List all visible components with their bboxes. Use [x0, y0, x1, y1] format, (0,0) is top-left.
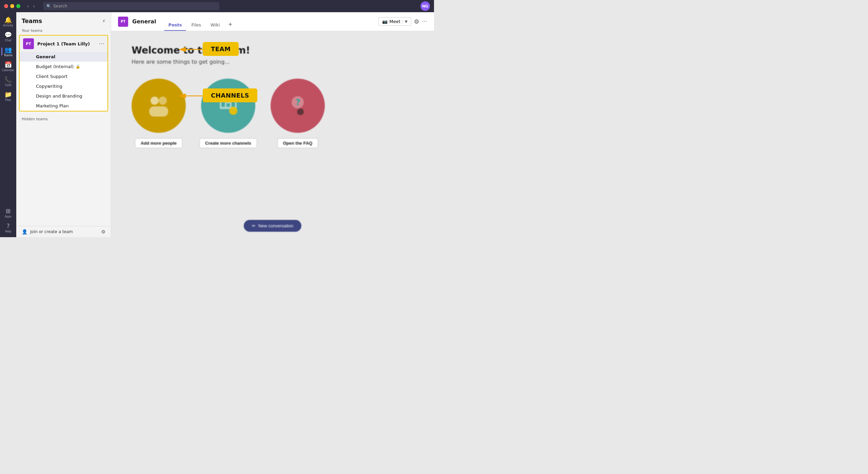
apps-icon: ⊞	[5, 207, 11, 214]
svg-rect-6	[232, 99, 235, 107]
help-icon: ?	[6, 222, 10, 229]
team-item: PT Project 1 (Team Lilly) ··· General Bu…	[19, 35, 108, 111]
channel-item-copywriting[interactable]: Copywriting	[20, 81, 107, 91]
search-icon: 🔍	[46, 4, 51, 8]
welcome-section: Welcome to the team! Here are some thing…	[111, 31, 434, 172]
files-icon: 📁	[4, 91, 12, 98]
meet-button[interactable]: 📷 Meet ▼	[378, 17, 411, 26]
open-faq-button[interactable]: Open the FAQ	[277, 138, 318, 148]
header-more-icon[interactable]: ···	[422, 18, 427, 25]
apps-label: Apps	[5, 215, 12, 218]
minimize-button[interactable]	[10, 4, 14, 8]
svg-point-7	[229, 107, 237, 115]
create-channels-illustration	[201, 79, 255, 133]
team-row[interactable]: PT Project 1 (Team Lilly) ···	[20, 36, 107, 52]
header-right: 📷 Meet ▼ ⚙ ···	[378, 17, 427, 26]
svg-text:?: ?	[296, 98, 300, 107]
calendar-icon: 📅	[4, 61, 12, 68]
calls-icon-container: 📞 Calls	[1, 75, 15, 88]
pencil-icon: ✏	[252, 223, 256, 228]
search-bar[interactable]: 🔍 Search	[43, 2, 219, 10]
calendar-label: Calendar	[2, 69, 14, 72]
card-add-people: Add more people	[132, 79, 186, 148]
sidebar-item-files[interactable]: 📁 Files	[1, 89, 15, 103]
files-icon-container: 📁 Files	[1, 89, 15, 103]
header-tabs: Posts Files Wiki +	[164, 12, 235, 31]
tab-wiki[interactable]: Wiki	[206, 22, 224, 31]
hidden-teams-label: Hidden teams	[16, 111, 111, 123]
welcome-title: Welcome to the team!	[132, 45, 414, 56]
svg-rect-4	[221, 101, 225, 107]
teams-panel: Teams ⚡ Your teams PT Project 1 (Team Li…	[16, 12, 111, 237]
your-teams-label: Your teams	[16, 27, 111, 35]
card-create-channels: Create more channels	[199, 79, 257, 148]
channel-item-budget[interactable]: Budget (Internal) 🔒	[20, 62, 107, 71]
channel-name-design-branding: Design and Branding	[36, 94, 82, 99]
app-body: 🔔 Activity 💬 Chat 👥 Teams 📅 Calendar	[0, 12, 434, 237]
add-people-button[interactable]: Add more people	[135, 138, 182, 148]
content-area: Welcome to the team! Here are some thing…	[111, 31, 434, 237]
team-more-button[interactable]: ···	[99, 41, 104, 47]
sidebar-item-calendar[interactable]: 📅 Calendar	[1, 60, 15, 73]
join-team-row[interactable]: 👤 Join or create a team ⚙	[16, 226, 111, 237]
svg-point-1	[159, 97, 167, 105]
meet-dropdown-chevron[interactable]: ▼	[402, 20, 408, 23]
activity-icon-container: 🔔 Activity	[1, 15, 15, 28]
channel-list: General Budget (Internal) 🔒 Client Suppo…	[20, 52, 107, 111]
lock-icon: 🔒	[76, 64, 80, 69]
maximize-button[interactable]	[16, 4, 20, 8]
tab-posts[interactable]: Posts	[164, 22, 186, 31]
filter-icon[interactable]: ⚡	[102, 18, 105, 24]
header-settings-icon[interactable]: ⚙	[414, 18, 419, 25]
svg-rect-5	[226, 103, 230, 107]
apps-icon-container: ⊞ Apps	[1, 206, 15, 220]
teams-panel-title: Teams	[22, 18, 42, 24]
meet-label: Meet	[390, 19, 400, 24]
back-arrow[interactable]: ‹	[27, 3, 29, 9]
channel-item-general[interactable]: General	[20, 52, 107, 62]
close-button[interactable]	[4, 4, 8, 8]
sidebar-item-chat[interactable]: 💬 Chat	[1, 30, 15, 43]
sidebar-item-help[interactable]: ? Help	[1, 221, 15, 234]
add-people-illustration	[132, 79, 186, 133]
window-controls	[4, 4, 20, 8]
channel-header-avatar: PT	[118, 17, 128, 27]
teams-header: Teams ⚡	[16, 12, 111, 27]
activity-label: Activity	[3, 24, 13, 27]
svg-point-0	[151, 97, 159, 105]
add-tab-button[interactable]: +	[225, 21, 235, 31]
chat-label: Chat	[5, 39, 12, 42]
calendar-icon-container: 📅 Calendar	[1, 60, 15, 73]
search-placeholder: Search	[53, 4, 67, 8]
navigation-arrows: ‹ ›	[27, 3, 35, 9]
welcome-subtitle: Here are some things to get going...	[132, 59, 414, 65]
sidebar-item-activity[interactable]: 🔔 Activity	[1, 15, 15, 28]
channel-name-budget: Budget (Internal)	[36, 64, 74, 69]
create-channels-button[interactable]: Create more channels	[199, 138, 257, 148]
forward-arrow[interactable]: ›	[33, 3, 35, 9]
sidebar-item-calls[interactable]: 📞 Calls	[1, 75, 15, 88]
new-conversation-button[interactable]: ✏ New conversation	[244, 220, 301, 232]
settings-icon[interactable]: ⚙	[101, 229, 105, 234]
teams-icon: 👥	[4, 46, 12, 53]
teams-icon-container: 👥 Teams	[1, 45, 15, 58]
channel-item-client-support[interactable]: Client Support	[20, 71, 107, 81]
chat-icon-container: 💬 Chat	[1, 30, 15, 43]
svg-rect-2	[149, 106, 168, 117]
active-indicator	[1, 47, 2, 56]
help-label: Help	[5, 230, 11, 233]
team-name: Project 1 (Team Lilly)	[37, 41, 96, 46]
channel-item-marketing-plan[interactable]: Marketing Plan	[20, 101, 107, 111]
tab-files[interactable]: Files	[188, 22, 205, 31]
sidebar-item-teams[interactable]: 👥 Teams	[1, 45, 15, 58]
channel-name-client-support: Client Support	[36, 74, 67, 79]
join-team-text[interactable]: Join or create a team	[30, 229, 98, 234]
camera-icon: 📷	[382, 19, 388, 24]
main-content: PT General Posts Files Wiki + 📷 Meet ▼	[111, 12, 434, 237]
sidebar-item-apps[interactable]: ⊞ Apps	[1, 206, 15, 220]
channel-name-marketing-plan: Marketing Plan	[36, 103, 69, 108]
cards-row: Add more people Create mo	[132, 79, 414, 148]
channel-item-design-branding[interactable]: Design and Branding	[20, 91, 107, 101]
user-avatar[interactable]: NG	[420, 1, 430, 11]
title-bar: ‹ › 🔍 Search NG	[0, 0, 434, 12]
